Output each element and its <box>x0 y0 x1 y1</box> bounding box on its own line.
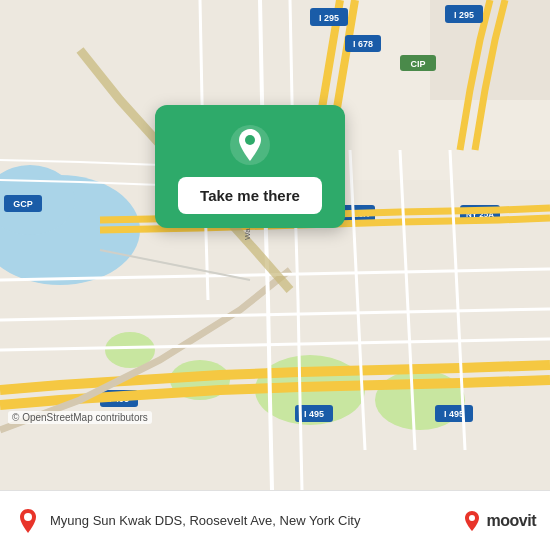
svg-text:I 678: I 678 <box>353 39 373 49</box>
moovit-pin-icon <box>461 510 483 532</box>
svg-text:I 295: I 295 <box>319 13 339 23</box>
svg-point-33 <box>469 515 475 521</box>
svg-text:I 495: I 495 <box>304 409 324 419</box>
svg-text:I 295: I 295 <box>454 10 474 20</box>
take-me-there-button[interactable]: Take me there <box>178 177 322 214</box>
location-card[interactable]: Take me there <box>155 105 345 228</box>
svg-point-32 <box>24 513 32 521</box>
location-text: Myung Sun Kwak DDS, Roosevelt Ave, New Y… <box>50 513 461 528</box>
svg-text:I 495: I 495 <box>444 409 464 419</box>
map-container: I 295 I 295 I 678 GCP NY 25A NY 25A I 49… <box>0 0 550 490</box>
svg-text:GCP: GCP <box>13 199 33 209</box>
bottom-bar: Myung Sun Kwak DDS, Roosevelt Ave, New Y… <box>0 490 550 550</box>
svg-text:CIP: CIP <box>410 59 425 69</box>
location-pin-icon <box>14 507 42 535</box>
moovit-logo: moovit <box>461 510 536 532</box>
moovit-label: moovit <box>487 512 536 530</box>
map-copyright: © OpenStreetMap contributors <box>8 411 152 424</box>
map-pin-icon <box>228 123 272 167</box>
svg-point-31 <box>245 135 255 145</box>
